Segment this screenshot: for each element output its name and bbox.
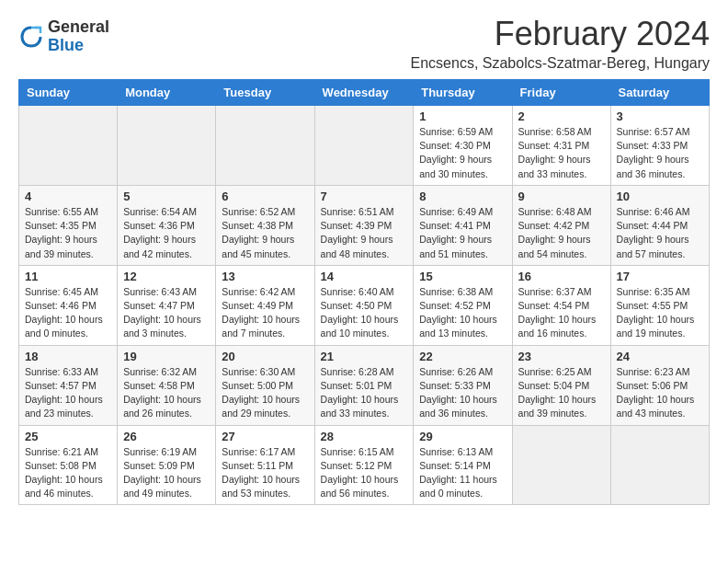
day-number: 6 <box>222 190 308 203</box>
calendar-cell: 14Sunrise: 6:40 AM Sunset: 4:50 PM Dayli… <box>314 265 414 345</box>
day-info: Sunrise: 6:48 AM Sunset: 4:42 PM Dayligh… <box>518 205 605 261</box>
day-number: 9 <box>518 190 605 203</box>
day-number: 5 <box>123 190 210 203</box>
page-header: General Blue February 2024 Encsencs, Sza… <box>18 15 710 72</box>
calendar-week-row: 11Sunrise: 6:45 AM Sunset: 4:46 PM Dayli… <box>19 265 710 345</box>
calendar-header-saturday: Saturday <box>610 80 709 106</box>
day-info: Sunrise: 6:46 AM Sunset: 4:44 PM Dayligh… <box>617 205 703 261</box>
calendar-cell: 16Sunrise: 6:37 AM Sunset: 4:54 PM Dayli… <box>512 265 610 345</box>
day-number: 29 <box>419 430 506 443</box>
day-info: Sunrise: 6:37 AM Sunset: 4:54 PM Dayligh… <box>518 285 605 341</box>
calendar-cell: 5Sunrise: 6:54 AM Sunset: 4:36 PM Daylig… <box>118 185 216 265</box>
day-info: Sunrise: 6:43 AM Sunset: 4:47 PM Dayligh… <box>123 285 210 341</box>
calendar-cell: 8Sunrise: 6:49 AM Sunset: 4:41 PM Daylig… <box>414 185 512 265</box>
day-number: 21 <box>321 350 408 363</box>
calendar-cell: 23Sunrise: 6:25 AM Sunset: 5:04 PM Dayli… <box>512 345 610 425</box>
day-info: Sunrise: 6:15 AM Sunset: 5:12 PM Dayligh… <box>321 445 408 501</box>
logo-icon <box>18 24 44 50</box>
day-info: Sunrise: 6:55 AM Sunset: 4:35 PM Dayligh… <box>25 205 111 261</box>
day-number: 2 <box>518 109 605 123</box>
day-info: Sunrise: 6:28 AM Sunset: 5:01 PM Dayligh… <box>321 365 408 421</box>
day-number: 15 <box>419 270 506 283</box>
day-number: 7 <box>321 190 408 203</box>
calendar-week-row: 25Sunrise: 6:21 AM Sunset: 5:08 PM Dayli… <box>19 425 710 505</box>
day-number: 3 <box>617 109 703 123</box>
calendar-cell: 29Sunrise: 6:13 AM Sunset: 5:14 PM Dayli… <box>414 425 512 505</box>
calendar-cell: 18Sunrise: 6:33 AM Sunset: 4:57 PM Dayli… <box>19 345 118 425</box>
calendar-header-thursday: Thursday <box>414 80 512 106</box>
calendar-cell <box>118 106 216 186</box>
day-info: Sunrise: 6:13 AM Sunset: 5:14 PM Dayligh… <box>419 445 506 501</box>
calendar-cell: 27Sunrise: 6:17 AM Sunset: 5:11 PM Dayli… <box>216 425 314 505</box>
day-number: 4 <box>25 190 111 203</box>
calendar-cell: 10Sunrise: 6:46 AM Sunset: 4:44 PM Dayli… <box>610 185 709 265</box>
title-block: February 2024 Encsencs, Szabolcs-Szatmar… <box>411 15 710 72</box>
calendar-cell: 11Sunrise: 6:45 AM Sunset: 4:46 PM Dayli… <box>19 265 118 345</box>
day-info: Sunrise: 6:49 AM Sunset: 4:41 PM Dayligh… <box>419 205 506 261</box>
day-number: 13 <box>222 270 308 283</box>
calendar-cell <box>610 425 709 505</box>
calendar-cell: 20Sunrise: 6:30 AM Sunset: 5:00 PM Dayli… <box>216 345 314 425</box>
day-info: Sunrise: 6:59 AM Sunset: 4:30 PM Dayligh… <box>419 125 506 181</box>
calendar-cell: 3Sunrise: 6:57 AM Sunset: 4:33 PM Daylig… <box>610 106 709 186</box>
day-number: 22 <box>419 350 506 363</box>
day-number: 18 <box>25 350 111 363</box>
calendar-header-tuesday: Tuesday <box>216 80 314 106</box>
day-info: Sunrise: 6:57 AM Sunset: 4:33 PM Dayligh… <box>617 125 703 181</box>
calendar-cell: 9Sunrise: 6:48 AM Sunset: 4:42 PM Daylig… <box>512 185 610 265</box>
day-number: 11 <box>25 270 111 283</box>
calendar-week-row: 18Sunrise: 6:33 AM Sunset: 4:57 PM Dayli… <box>19 345 710 425</box>
day-number: 20 <box>222 350 308 363</box>
day-info: Sunrise: 6:35 AM Sunset: 4:55 PM Dayligh… <box>617 285 703 341</box>
day-info: Sunrise: 6:25 AM Sunset: 5:04 PM Dayligh… <box>518 365 605 421</box>
calendar-cell: 1Sunrise: 6:59 AM Sunset: 4:30 PM Daylig… <box>414 106 512 186</box>
day-number: 26 <box>123 430 210 443</box>
day-info: Sunrise: 6:45 AM Sunset: 4:46 PM Dayligh… <box>25 285 111 341</box>
logo-text: General Blue <box>48 18 109 55</box>
calendar-header-wednesday: Wednesday <box>314 80 414 106</box>
calendar-week-row: 4Sunrise: 6:55 AM Sunset: 4:35 PM Daylig… <box>19 185 710 265</box>
logo: General Blue <box>18 18 109 55</box>
month-year-title: February 2024 <box>411 15 710 53</box>
calendar-table: SundayMondayTuesdayWednesdayThursdayFrid… <box>18 79 710 505</box>
calendar-header-row: SundayMondayTuesdayWednesdayThursdayFrid… <box>19 80 710 106</box>
calendar-cell: 12Sunrise: 6:43 AM Sunset: 4:47 PM Dayli… <box>118 265 216 345</box>
day-info: Sunrise: 6:54 AM Sunset: 4:36 PM Dayligh… <box>123 205 210 261</box>
calendar-cell <box>512 425 610 505</box>
calendar-cell: 6Sunrise: 6:52 AM Sunset: 4:38 PM Daylig… <box>216 185 314 265</box>
day-info: Sunrise: 6:21 AM Sunset: 5:08 PM Dayligh… <box>25 445 111 501</box>
calendar-cell: 15Sunrise: 6:38 AM Sunset: 4:52 PM Dayli… <box>414 265 512 345</box>
day-number: 25 <box>25 430 111 443</box>
day-number: 14 <box>321 270 408 283</box>
day-number: 10 <box>617 190 703 203</box>
calendar-cell: 4Sunrise: 6:55 AM Sunset: 4:35 PM Daylig… <box>19 185 118 265</box>
day-info: Sunrise: 6:58 AM Sunset: 4:31 PM Dayligh… <box>518 125 605 181</box>
day-number: 27 <box>222 430 308 443</box>
day-number: 17 <box>617 270 703 283</box>
day-number: 1 <box>419 109 506 123</box>
calendar-cell: 7Sunrise: 6:51 AM Sunset: 4:39 PM Daylig… <box>314 185 414 265</box>
calendar-week-row: 1Sunrise: 6:59 AM Sunset: 4:30 PM Daylig… <box>19 106 710 186</box>
day-info: Sunrise: 6:33 AM Sunset: 4:57 PM Dayligh… <box>25 365 111 421</box>
day-number: 8 <box>419 190 506 203</box>
day-info: Sunrise: 6:40 AM Sunset: 4:50 PM Dayligh… <box>321 285 408 341</box>
location-subtitle: Encsencs, Szabolcs-Szatmar-Bereg, Hungar… <box>411 55 710 72</box>
calendar-cell <box>314 106 414 186</box>
day-number: 12 <box>123 270 210 283</box>
day-info: Sunrise: 6:26 AM Sunset: 5:33 PM Dayligh… <box>419 365 506 421</box>
calendar-cell: 25Sunrise: 6:21 AM Sunset: 5:08 PM Dayli… <box>19 425 118 505</box>
calendar-header-sunday: Sunday <box>19 80 118 106</box>
day-info: Sunrise: 6:42 AM Sunset: 4:49 PM Dayligh… <box>222 285 308 341</box>
day-info: Sunrise: 6:17 AM Sunset: 5:11 PM Dayligh… <box>222 445 308 501</box>
day-info: Sunrise: 6:32 AM Sunset: 4:58 PM Dayligh… <box>123 365 210 421</box>
day-number: 23 <box>518 350 605 363</box>
day-number: 19 <box>123 350 210 363</box>
day-number: 28 <box>321 430 408 443</box>
day-info: Sunrise: 6:52 AM Sunset: 4:38 PM Dayligh… <box>222 205 308 261</box>
calendar-cell: 13Sunrise: 6:42 AM Sunset: 4:49 PM Dayli… <box>216 265 314 345</box>
calendar-cell <box>216 106 314 186</box>
day-info: Sunrise: 6:38 AM Sunset: 4:52 PM Dayligh… <box>419 285 506 341</box>
day-info: Sunrise: 6:19 AM Sunset: 5:09 PM Dayligh… <box>123 445 210 501</box>
calendar-header-friday: Friday <box>512 80 610 106</box>
calendar-cell: 19Sunrise: 6:32 AM Sunset: 4:58 PM Dayli… <box>118 345 216 425</box>
